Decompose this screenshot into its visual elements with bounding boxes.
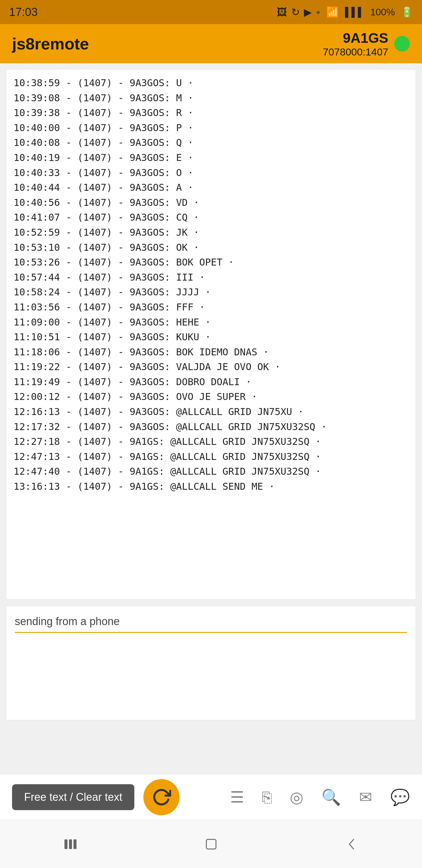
- image-icon: 🖼: [277, 6, 287, 18]
- message-log: 10:38:59 - (1407) - 9A3GOS: U ·10:39:08 …: [6, 69, 416, 600]
- log-line: 10:40:44 - (1407) - 9A3GOS: A ·: [13, 180, 409, 195]
- refresh-button[interactable]: [143, 779, 180, 815]
- nav-back-button[interactable]: [334, 832, 370, 856]
- wifi-icon: 📶: [326, 6, 339, 18]
- log-line: 13:16:13 - (1407) - 9A1GS: @ALLCALL SEND…: [13, 479, 409, 494]
- text-input-underline: [15, 632, 407, 633]
- text-input-value: sending from a phone: [15, 615, 407, 628]
- log-line: 12:16:13 - (1407) - 9A3GOS: @ALLCALL GRI…: [13, 404, 409, 420]
- signal-icon: ▌▌▌: [345, 7, 364, 17]
- location-icon[interactable]: ◎: [290, 788, 303, 806]
- app-header: js8remote 9A1GS 7078000:1407: [0, 24, 422, 63]
- search-icon[interactable]: 🔍: [321, 788, 341, 807]
- log-line: 12:27:18 - (1407) - 9A1GS: @ALLCALL GRID…: [13, 434, 409, 450]
- battery-icon: 🔋: [401, 6, 413, 18]
- log-line: 12:47:40 - (1407) - 9A1GS: @ALLCALL GRID…: [13, 464, 409, 479]
- battery-label: 100%: [370, 7, 395, 18]
- log-line: 10:53:26 - (1407) - 9A3GOS: BOK OPET ·: [13, 255, 409, 270]
- log-line: 10:39:08 - (1407) - 9A3GOS: M ·: [13, 91, 409, 106]
- log-line: 10:41:07 - (1407) - 9A3GOS: CQ ·: [13, 210, 409, 225]
- callsign-info: 9A1GS 7078000:1407: [323, 30, 388, 58]
- log-line: 12:00:12 - (1407) - 9A3GOS: OVO JE SUPER…: [13, 390, 409, 404]
- log-line: 11:18:06 - (1407) - 9A3GOS: BOK IDEMO DN…: [13, 345, 409, 360]
- status-time: 17:03: [9, 6, 38, 19]
- keyboard-icon[interactable]: ⎘: [262, 788, 272, 806]
- log-line: 11:10:51 - (1407) - 9A3GOS: KUKU ·: [13, 330, 409, 345]
- svg-rect-1: [69, 839, 72, 849]
- free-text-button[interactable]: Free text / Clear text: [12, 784, 134, 810]
- nav-recents-button[interactable]: [53, 832, 89, 856]
- refresh-icon: [152, 787, 171, 807]
- dot-icon: ●: [316, 8, 321, 16]
- text-input-area[interactable]: sending from a phone: [6, 606, 416, 720]
- twitch-icon: ▶: [304, 6, 312, 18]
- log-line: 10:39:38 - (1407) - 9A3GOS: R ·: [13, 105, 409, 121]
- log-line: 11:19:22 - (1407) - 9A3GOS: VALJDA JE OV…: [13, 360, 409, 375]
- log-line: 10:40:33 - (1407) - 9A3GOS: O ·: [13, 165, 409, 181]
- callsign-main: 9A1GS: [323, 30, 388, 46]
- log-line: 10:52:59 - (1407) - 9A3GOS: JK ·: [13, 225, 409, 240]
- bottom-toolbar: Free text / Clear text ☰ ⎘ ◎ 🔍 ✉ 💬: [0, 775, 422, 820]
- callsign-freq: 7078000:1407: [323, 46, 388, 58]
- log-line: 12:17:32 - (1407) - 9A3GOS: @ALLCALL GRI…: [13, 420, 409, 435]
- status-bar: 17:03 🖼 ↻ ▶ ● 📶 ▌▌▌ 100% 🔋: [0, 0, 422, 24]
- mail-icon[interactable]: ✉: [359, 788, 372, 806]
- svg-rect-0: [64, 839, 67, 849]
- sync-icon: ↻: [291, 6, 300, 18]
- log-line: 10:40:00 - (1407) - 9A3GOS: P ·: [13, 121, 409, 135]
- log-line: 11:03:56 - (1407) - 9A3GOS: FFF ·: [13, 300, 409, 315]
- status-icons: 🖼 ↻ ▶ ●: [277, 6, 321, 18]
- svg-rect-2: [73, 839, 76, 849]
- chat-icon[interactable]: 💬: [390, 788, 410, 807]
- nav-home-button[interactable]: [193, 832, 229, 856]
- nav-bar: [0, 820, 422, 868]
- log-line: 10:40:08 - (1407) - 9A3GOS: Q ·: [13, 135, 409, 150]
- connection-status-dot: [394, 36, 410, 52]
- log-line: 11:19:49 - (1407) - 9A3GOS: DOBRO DOALI …: [13, 375, 409, 390]
- log-line: 10:40:19 - (1407) - 9A3GOS: E ·: [13, 150, 409, 165]
- menu-icon[interactable]: ☰: [230, 788, 244, 806]
- svg-rect-3: [206, 839, 216, 849]
- log-line: 12:47:13 - (1407) - 9A1GS: @ALLCALL GRID…: [13, 450, 409, 464]
- toolbar-icons: ☰ ⎘ ◎ 🔍 ✉ 💬: [230, 788, 410, 807]
- callsign-area: 9A1GS 7078000:1407: [323, 30, 410, 58]
- log-line: 10:58:24 - (1407) - 9A3GOS: JJJJ ·: [13, 285, 409, 300]
- log-line: 10:57:44 - (1407) - 9A3GOS: III ·: [13, 270, 409, 285]
- log-line: 10:53:10 - (1407) - 9A3GOS: OK ·: [13, 240, 409, 255]
- log-line: 10:38:59 - (1407) - 9A3GOS: U ·: [13, 76, 409, 91]
- log-line: 11:09:00 - (1407) - 9A3GOS: HEHE ·: [13, 315, 409, 330]
- app-title: js8remote: [12, 34, 89, 53]
- log-line: 10:40:56 - (1407) - 9A3GOS: VD ·: [13, 195, 409, 210]
- status-right: 🖼 ↻ ▶ ● 📶 ▌▌▌ 100% 🔋: [277, 6, 413, 18]
